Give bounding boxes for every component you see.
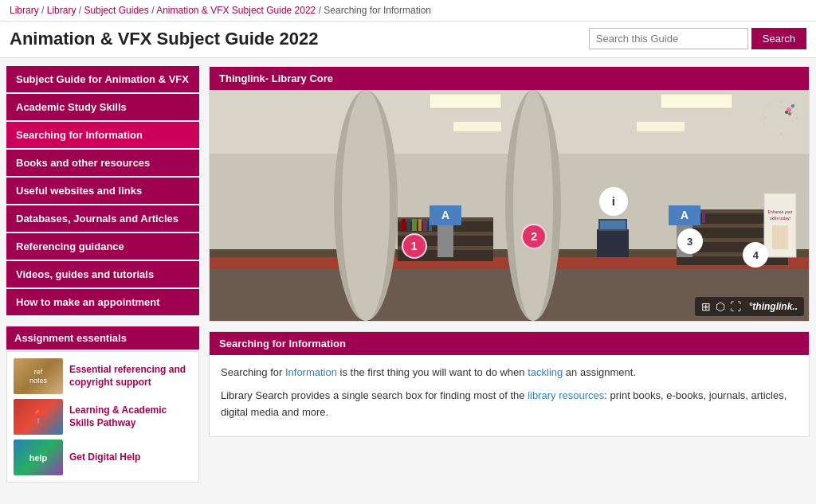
link-information[interactable]: Information: [285, 366, 337, 378]
svg-rect-37: [637, 122, 685, 131]
thinglink-logo: °thinglink..: [749, 301, 798, 312]
svg-rect-16: [418, 219, 422, 231]
search-button[interactable]: Search: [751, 28, 806, 49]
sidebar-item-subject-guide[interactable]: Subject Guide for Animation & VFX: [6, 66, 199, 92]
thinglink-header: Thinglink- Library Core: [210, 67, 809, 90]
resource-list: refnotes Essential referencing and copyr…: [6, 351, 199, 483]
page-title: Animation & VFX Subject Guide 2022: [10, 29, 319, 49]
compass: [761, 98, 801, 138]
svg-rect-32: [430, 94, 501, 108]
svg-rect-13: [402, 219, 406, 231]
sidebar-item-videos[interactable]: Videos, guides and tutorials: [6, 261, 199, 287]
svg-point-55: [780, 101, 783, 104]
resource-item-learning[interactable]: 📍 Learning & Academic Skills Pathway: [14, 399, 192, 435]
svg-text:A: A: [441, 209, 449, 221]
resource-thumb-help: help: [14, 440, 63, 475]
main-layout: Subject Guide for Animation & VFX Academ…: [0, 58, 816, 490]
svg-point-8: [513, 90, 553, 321]
svg-rect-31: [600, 221, 626, 229]
grid-icon[interactable]: ⊞: [701, 300, 711, 313]
sidebar-item-academic-study[interactable]: Academic Study Skills: [6, 94, 199, 120]
info-card-header: Searching for Information: [210, 332, 809, 355]
svg-rect-34: [661, 94, 732, 108]
fullscreen-icon[interactable]: ⛶: [730, 300, 741, 313]
svg-rect-17: [423, 219, 427, 231]
resource-item-digital-help[interactable]: help Get Digital Help: [14, 440, 192, 475]
breadcrumb: Library / Library / Subject Guides / Ani…: [0, 0, 816, 21]
svg-rect-36: [453, 122, 501, 131]
sidebar-item-referencing[interactable]: Referencing guidance: [6, 233, 199, 260]
resource-label-learning: Learning & Academic Skills Pathway: [69, 404, 192, 429]
assignment-essentials-heading: Assignment essentials: [6, 326, 199, 350]
sidebar-nav: Subject Guide for Animation & VFX Academ…: [6, 66, 199, 315]
resource-thumb-referencing: refnotes: [14, 358, 63, 394]
svg-rect-14: [407, 219, 410, 231]
info-card: Searching for Information Searching for …: [209, 331, 810, 437]
breadcrumb-library2[interactable]: Library: [47, 5, 76, 16]
svg-point-57: [780, 133, 783, 135]
svg-rect-48: [772, 225, 788, 249]
sidebar-item-databases[interactable]: Databases, Journals and Articles: [6, 205, 199, 232]
link-tackling[interactable]: tackling: [528, 366, 563, 378]
svg-point-58: [764, 117, 767, 119]
info-paragraph-1: Searching for Information is the first t…: [221, 365, 798, 381]
search-input[interactable]: [589, 28, 748, 49]
library-panorama-svg: A A Enhance your skills today!: [210, 90, 809, 321]
svg-point-54: [788, 112, 791, 115]
resource-label-help: Get Digital Help: [69, 451, 140, 464]
thinglink-image-wrap: A A Enhance your skills today! 1 2: [210, 90, 809, 321]
resource-label-referencing: Essential referencing and copyright supp…: [69, 364, 192, 389]
hotspot-info[interactable]: i: [599, 187, 628, 216]
page-title-bar: Animation & VFX Subject Guide 2022 Searc…: [0, 21, 816, 58]
vr-icon[interactable]: ⬡: [716, 300, 725, 313]
info-paragraph-2: Library Search provides a single search …: [221, 388, 798, 421]
svg-rect-15: [412, 219, 417, 231]
thinglink-card: Thinglink- Library Core: [209, 66, 810, 322]
sidebar-item-searching[interactable]: Searching for Information: [6, 122, 199, 148]
info-card-body: Searching for Information is the first t…: [210, 355, 809, 436]
thinglink-controls: ⊞ ⬡ ⛶ °thinglink..: [695, 297, 804, 316]
search-bar: Search: [589, 28, 806, 49]
svg-rect-28: [702, 211, 705, 223]
sidebar: Subject Guide for Animation & VFX Academ…: [6, 66, 199, 483]
sidebar-item-books[interactable]: Books and other resources: [6, 150, 199, 176]
breadcrumb-current: Searching for Information: [324, 5, 431, 16]
breadcrumb-library1[interactable]: Library: [10, 5, 39, 16]
sidebar-item-appointment[interactable]: How to make an appointment: [6, 289, 199, 315]
svg-rect-29: [597, 229, 629, 257]
content-area: Thinglink- Library Core: [199, 66, 810, 483]
svg-point-53: [791, 104, 794, 107]
hotspot-1[interactable]: 1: [402, 233, 427, 259]
breadcrumb-guide-2022[interactable]: Animation & VFX Subject Guide 2022: [156, 5, 316, 16]
svg-point-52: [785, 111, 788, 114]
resource-item-referencing[interactable]: refnotes Essential referencing and copyr…: [14, 358, 192, 394]
svg-text:Enhance your: Enhance your: [768, 209, 793, 214]
hotspot-3[interactable]: 3: [677, 229, 703, 254]
resource-thumb-learning: 📍: [14, 399, 63, 435]
svg-point-56: [796, 117, 798, 119]
svg-text:A: A: [681, 209, 688, 221]
hotspot-2[interactable]: 2: [521, 224, 547, 249]
sidebar-item-useful-websites[interactable]: Useful websites and links: [6, 178, 199, 204]
link-library-resources[interactable]: library resources: [528, 389, 604, 401]
breadcrumb-subject-guides[interactable]: Subject Guides: [84, 5, 148, 16]
svg-point-6: [342, 90, 390, 321]
svg-text:skills today!: skills today!: [770, 216, 790, 221]
